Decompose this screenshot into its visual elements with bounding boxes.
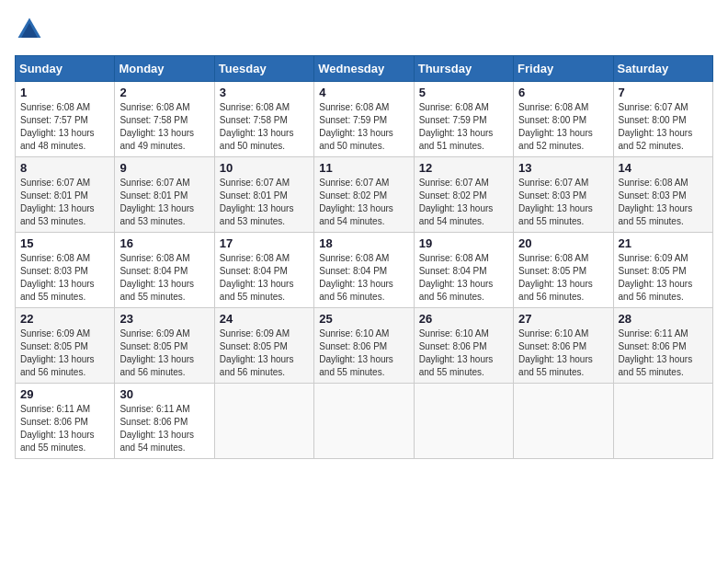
header-thursday: Thursday <box>414 56 513 82</box>
day-number: 24 <box>220 312 309 326</box>
day-info: Sunrise: 6:08 AM Sunset: 8:03 PM Dayligh… <box>619 177 708 228</box>
day-info: Sunrise: 6:07 AM Sunset: 8:01 PM Dayligh… <box>220 177 309 228</box>
calendar-cell: 15 Sunrise: 6:08 AM Sunset: 8:03 PM Dayl… <box>16 233 115 308</box>
day-number: 6 <box>518 86 608 99</box>
week-row-1: 1 Sunrise: 6:08 AM Sunset: 7:57 PM Dayli… <box>16 82 713 157</box>
day-number: 29 <box>20 387 109 401</box>
calendar-cell: 12 Sunrise: 6:07 AM Sunset: 8:02 PM Dayl… <box>414 157 513 233</box>
day-info: Sunrise: 6:07 AM Sunset: 8:02 PM Dayligh… <box>419 177 508 228</box>
day-number: 11 <box>319 161 408 175</box>
day-number: 28 <box>619 312 708 326</box>
calendar-cell: 3 Sunrise: 6:08 AM Sunset: 7:58 PM Dayli… <box>214 82 313 157</box>
calendar-cell <box>214 384 313 459</box>
header-tuesday: Tuesday <box>214 56 313 82</box>
calendar-header: SundayMondayTuesdayWednesdayThursdayFrid… <box>16 56 713 82</box>
calendar-cell: 14 Sunrise: 6:08 AM Sunset: 8:03 PM Dayl… <box>613 157 712 233</box>
day-info: Sunrise: 6:08 AM Sunset: 7:57 PM Dayligh… <box>20 101 109 153</box>
day-info: Sunrise: 6:10 AM Sunset: 8:06 PM Dayligh… <box>319 327 408 379</box>
day-number: 4 <box>319 86 408 99</box>
day-info: Sunrise: 6:09 AM Sunset: 8:05 PM Dayligh… <box>220 327 309 379</box>
calendar-table: SundayMondayTuesdayWednesdayThursdayFrid… <box>15 55 713 459</box>
calendar-cell: 24 Sunrise: 6:09 AM Sunset: 8:05 PM Dayl… <box>214 308 313 384</box>
day-number: 2 <box>119 86 209 99</box>
day-info: Sunrise: 6:11 AM Sunset: 8:06 PM Dayligh… <box>20 403 109 454</box>
calendar-cell: 11 Sunrise: 6:07 AM Sunset: 8:02 PM Dayl… <box>314 157 414 233</box>
week-row-2: 8 Sunrise: 6:07 AM Sunset: 8:01 PM Dayli… <box>16 157 713 233</box>
calendar-cell: 18 Sunrise: 6:08 AM Sunset: 8:04 PM Dayl… <box>314 233 414 308</box>
day-info: Sunrise: 6:07 AM Sunset: 8:02 PM Dayligh… <box>319 177 408 228</box>
day-number: 20 <box>518 236 608 250</box>
day-info: Sunrise: 6:09 AM Sunset: 8:05 PM Dayligh… <box>619 252 708 304</box>
day-number: 21 <box>619 236 708 250</box>
day-info: Sunrise: 6:08 AM Sunset: 8:04 PM Dayligh… <box>220 252 309 304</box>
calendar-cell: 28 Sunrise: 6:11 AM Sunset: 8:06 PM Dayl… <box>613 308 712 384</box>
logo <box>15 15 48 44</box>
day-info: Sunrise: 6:09 AM Sunset: 8:05 PM Dayligh… <box>20 327 109 379</box>
header-friday: Friday <box>514 56 613 82</box>
calendar-cell: 19 Sunrise: 6:08 AM Sunset: 8:04 PM Dayl… <box>414 233 513 308</box>
calendar-cell: 2 Sunrise: 6:08 AM Sunset: 7:58 PM Dayli… <box>115 82 214 157</box>
calendar-cell: 4 Sunrise: 6:08 AM Sunset: 7:59 PM Dayli… <box>314 82 414 157</box>
day-info: Sunrise: 6:08 AM Sunset: 7:58 PM Dayligh… <box>119 101 209 153</box>
calendar-cell <box>314 384 414 459</box>
day-info: Sunrise: 6:07 AM Sunset: 8:01 PM Dayligh… <box>20 177 109 228</box>
calendar-cell: 27 Sunrise: 6:10 AM Sunset: 8:06 PM Dayl… <box>514 308 613 384</box>
day-number: 7 <box>619 86 708 99</box>
day-number: 16 <box>119 236 209 250</box>
day-number: 26 <box>419 312 508 326</box>
day-info: Sunrise: 6:08 AM Sunset: 8:04 PM Dayligh… <box>319 252 408 304</box>
header-saturday: Saturday <box>613 56 712 82</box>
day-info: Sunrise: 6:10 AM Sunset: 8:06 PM Dayligh… <box>419 327 508 379</box>
day-info: Sunrise: 6:08 AM Sunset: 8:05 PM Dayligh… <box>518 252 608 304</box>
calendar-cell: 22 Sunrise: 6:09 AM Sunset: 8:05 PM Dayl… <box>16 308 115 384</box>
calendar-cell: 20 Sunrise: 6:08 AM Sunset: 8:05 PM Dayl… <box>514 233 613 308</box>
calendar-body: 1 Sunrise: 6:08 AM Sunset: 7:57 PM Dayli… <box>16 82 713 459</box>
calendar-cell: 29 Sunrise: 6:11 AM Sunset: 8:06 PM Dayl… <box>16 384 115 459</box>
calendar-cell <box>613 384 712 459</box>
header-monday: Monday <box>115 56 214 82</box>
calendar-cell: 7 Sunrise: 6:07 AM Sunset: 8:00 PM Dayli… <box>613 82 712 157</box>
calendar-cell: 30 Sunrise: 6:11 AM Sunset: 8:06 PM Dayl… <box>115 384 214 459</box>
day-number: 22 <box>20 312 109 326</box>
day-number: 27 <box>518 312 608 326</box>
header-row: SundayMondayTuesdayWednesdayThursdayFrid… <box>16 56 713 82</box>
day-info: Sunrise: 6:08 AM Sunset: 7:59 PM Dayligh… <box>419 101 508 153</box>
calendar-cell: 10 Sunrise: 6:07 AM Sunset: 8:01 PM Dayl… <box>214 157 313 233</box>
day-number: 1 <box>20 86 109 99</box>
calendar-cell: 6 Sunrise: 6:08 AM Sunset: 8:00 PM Dayli… <box>514 82 613 157</box>
day-number: 5 <box>419 86 508 99</box>
day-info: Sunrise: 6:10 AM Sunset: 8:06 PM Dayligh… <box>518 327 608 379</box>
week-row-4: 22 Sunrise: 6:09 AM Sunset: 8:05 PM Dayl… <box>16 308 713 384</box>
day-number: 8 <box>20 161 109 175</box>
calendar-cell: 16 Sunrise: 6:08 AM Sunset: 8:04 PM Dayl… <box>115 233 214 308</box>
day-info: Sunrise: 6:08 AM Sunset: 8:03 PM Dayligh… <box>20 252 109 304</box>
day-number: 25 <box>319 312 408 326</box>
calendar-cell: 26 Sunrise: 6:10 AM Sunset: 8:06 PM Dayl… <box>414 308 513 384</box>
day-info: Sunrise: 6:08 AM Sunset: 8:00 PM Dayligh… <box>518 101 608 153</box>
day-info: Sunrise: 6:11 AM Sunset: 8:06 PM Dayligh… <box>619 327 708 379</box>
calendar-cell <box>514 384 613 459</box>
page-header <box>15 15 713 44</box>
calendar-cell: 13 Sunrise: 6:07 AM Sunset: 8:03 PM Dayl… <box>514 157 613 233</box>
day-number: 3 <box>220 86 309 99</box>
day-number: 10 <box>220 161 309 175</box>
day-number: 23 <box>119 312 209 326</box>
day-info: Sunrise: 6:11 AM Sunset: 8:06 PM Dayligh… <box>119 403 209 454</box>
logo-icon <box>15 15 44 44</box>
calendar-cell: 25 Sunrise: 6:10 AM Sunset: 8:06 PM Dayl… <box>314 308 414 384</box>
calendar-cell: 8 Sunrise: 6:07 AM Sunset: 8:01 PM Dayli… <box>16 157 115 233</box>
day-number: 17 <box>220 236 309 250</box>
week-row-3: 15 Sunrise: 6:08 AM Sunset: 8:03 PM Dayl… <box>16 233 713 308</box>
day-info: Sunrise: 6:07 AM Sunset: 8:03 PM Dayligh… <box>518 177 608 228</box>
day-number: 19 <box>419 236 508 250</box>
day-info: Sunrise: 6:08 AM Sunset: 7:59 PM Dayligh… <box>319 101 408 153</box>
day-info: Sunrise: 6:07 AM Sunset: 8:00 PM Dayligh… <box>619 101 708 153</box>
calendar-cell: 5 Sunrise: 6:08 AM Sunset: 7:59 PM Dayli… <box>414 82 513 157</box>
calendar-cell: 21 Sunrise: 6:09 AM Sunset: 8:05 PM Dayl… <box>613 233 712 308</box>
day-number: 18 <box>319 236 408 250</box>
week-row-5: 29 Sunrise: 6:11 AM Sunset: 8:06 PM Dayl… <box>16 384 713 459</box>
day-info: Sunrise: 6:07 AM Sunset: 8:01 PM Dayligh… <box>119 177 209 228</box>
calendar-cell <box>414 384 513 459</box>
day-info: Sunrise: 6:08 AM Sunset: 8:04 PM Dayligh… <box>119 252 209 304</box>
header-sunday: Sunday <box>16 56 115 82</box>
